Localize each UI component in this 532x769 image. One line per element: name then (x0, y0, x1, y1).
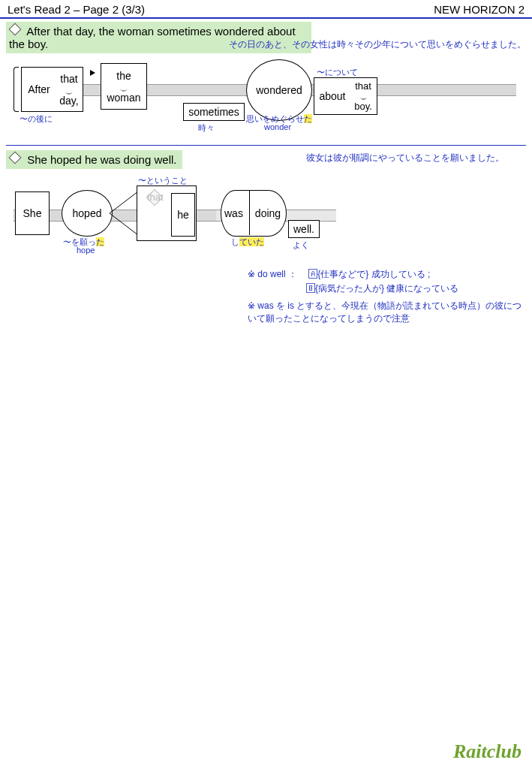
header-right: NEW HORIZON 2 (434, 3, 524, 16)
word-that-day: that ⏝ day, (56, 67, 83, 112)
note-was: していた (231, 237, 264, 248)
note-after: 〜の後に (20, 113, 53, 125)
word-sometimes: sometimes (183, 103, 245, 121)
sentence-2-en: She hoped he was doing well. (27, 153, 176, 166)
word-doing: doing (250, 190, 287, 237)
note-sometimes: 時々 (198, 122, 215, 134)
diamond-icon (9, 23, 22, 36)
header-left: Let's Read 2 – Page 2 (3/3) (8, 3, 145, 16)
arrow-icon (90, 70, 95, 76)
diagram-1: After that ⏝ day, 〜の後に the ⏝ woman somet… (14, 59, 524, 142)
sentence-2-bar: She hoped he was doing well. (6, 150, 182, 169)
svg-line-1 (110, 213, 138, 235)
footnote-1b: 🄱{病気だった人が} 健康になっている (306, 282, 524, 295)
note-wonder-en: wonder (264, 122, 291, 131)
word-day: day, (59, 95, 78, 107)
sentence-2-jp: 彼女は彼が順調にやっていることを願いました。 (306, 152, 504, 164)
word-that-boy: that ⏝ boy. (350, 77, 377, 115)
word-boy: boy. (354, 101, 372, 112)
note-hope-en: hope (77, 246, 95, 255)
word-after: After (21, 67, 57, 112)
word-wondered: wondered (246, 59, 312, 121)
footnote-1: ※ do well ： 🄰{仕事などで} 成功している ; (248, 268, 524, 281)
word-she: She (15, 191, 50, 235)
connector-lines (110, 190, 140, 237)
sentence-1-jp: その日のあと、その女性は時々その少年について思いをめぐらせました。 (229, 38, 526, 51)
note-about: 〜について (317, 67, 358, 78)
word-that-optional: that (147, 191, 164, 203)
page-header: Let's Read 2 – Page 2 (3/3) NEW HORIZON … (0, 0, 532, 19)
word-that2: that (355, 80, 371, 92)
separator (6, 145, 526, 146)
note-well: よく (293, 240, 309, 251)
note-that: 〜ということ (138, 175, 188, 186)
diagram-2: She hoped 〜を願った hope that 〜ということ he was … (14, 175, 524, 265)
word-that: that (60, 73, 77, 85)
svg-line-0 (110, 191, 138, 213)
word-well: well. (288, 220, 320, 238)
footnote-2: ※ was を is とすると、今現在（物語が読まれている時点）の彼について願っ… (248, 300, 524, 325)
word-he: he (171, 193, 195, 237)
word-hoped: hoped (62, 190, 113, 237)
word-about: about (314, 77, 351, 115)
word-the-woman: the ⏝ woman (101, 63, 147, 110)
word-the: the (116, 70, 131, 82)
word-was: was (221, 190, 250, 237)
diamond-icon (9, 152, 22, 164)
word-woman: woman (107, 92, 140, 104)
footer-brand: Raitclub (453, 740, 521, 763)
